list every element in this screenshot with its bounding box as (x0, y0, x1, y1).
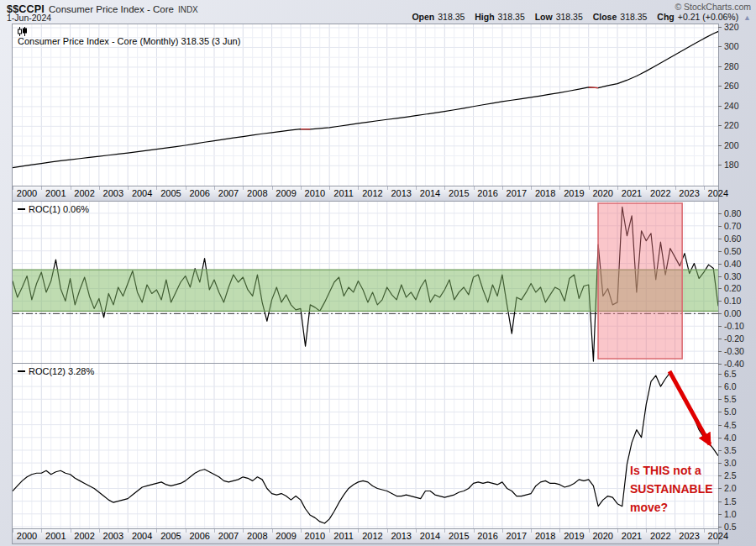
x-axis-label-2008: 2008 (247, 188, 267, 198)
y-axis-label: 3.0 (718, 458, 737, 468)
x-axis-label-2021: 2021 (622, 531, 642, 541)
tick-mark (718, 251, 722, 252)
x-axis-label-2010: 2010 (305, 188, 325, 198)
close-label: Close (593, 12, 617, 22)
x-tick-mark (301, 186, 302, 190)
y-axis-label: 6.5 (718, 369, 737, 379)
tick-mark (718, 288, 722, 289)
x-tick-mark (559, 529, 560, 533)
x-tick-mark (186, 186, 186, 190)
y-axis-label: 180 (718, 160, 739, 170)
x-axis-label-2001: 2001 (45, 531, 66, 541)
x-tick-mark (358, 186, 359, 190)
x-axis-label-2007: 2007 (218, 188, 239, 198)
x-tick-mark (646, 186, 647, 190)
price-chart-svg (13, 24, 718, 186)
tick-mark (718, 313, 722, 314)
y-axis-label: 0.80 (718, 208, 741, 218)
y-axis-label: -0.20 (718, 333, 744, 344)
x-axis-label-2002: 2002 (74, 188, 94, 198)
stockcharts-page: $$CCPIConsumer Price Index - CoreINDX © … (0, 0, 756, 546)
x-tick-mark (387, 186, 388, 190)
x-axis-label-2013: 2013 (391, 531, 411, 541)
y-axis-label: 240 (718, 101, 739, 111)
x-tick-mark (272, 529, 273, 533)
tick-mark (718, 450, 722, 451)
x-axis-label-2006: 2006 (189, 188, 209, 198)
x-tick-mark (358, 529, 359, 533)
y-axis-label: 300 (718, 41, 739, 51)
x-tick-mark (617, 529, 618, 533)
chg-value: +0.21 (+0.06%) (678, 12, 738, 22)
chart-date: 1-Jun-2024 (7, 13, 51, 23)
x-axis-label-2000: 2000 (17, 531, 37, 541)
x-axis-label-2022: 2022 (650, 531, 670, 541)
annotation-line-1: Is THIS not a (630, 461, 713, 480)
line-swatch-icon (18, 208, 25, 210)
y-axis-label: 6.0 (718, 381, 737, 391)
x-axis-label-2003: 2003 (103, 188, 123, 198)
x-axis-label-2007: 2007 (218, 531, 239, 541)
y-axis-label: 0.00 (718, 308, 741, 318)
x-tick-mark (704, 529, 705, 533)
tick-mark (718, 475, 722, 476)
tick-mark (718, 125, 722, 126)
tick-mark (718, 412, 722, 412)
x-tick-mark (502, 529, 503, 533)
x-tick-mark (531, 529, 532, 533)
x-tick-mark (531, 186, 532, 190)
tick-mark (718, 351, 722, 352)
x-axis-label-2018: 2018 (535, 188, 555, 198)
price-legend-label: Consumer Price Index - Core (Monthly) 31… (18, 36, 240, 46)
x-tick-mark (71, 186, 71, 190)
x-tick-mark (387, 529, 388, 533)
roc1-legend: ROC(1) 0.06% (18, 204, 89, 214)
x-axis-label-2005: 2005 (160, 531, 181, 541)
x-tick-mark (99, 529, 100, 533)
x-tick-mark (41, 186, 42, 190)
x-axis-label-2016: 2016 (477, 188, 497, 198)
y-axis-label: 280 (718, 61, 739, 71)
x-tick-mark (444, 529, 445, 533)
annotation-line-3: move? (630, 498, 713, 517)
high-value: 318.35 (498, 12, 525, 22)
y-axis-label: 0.5 (718, 522, 737, 532)
inflation-spike-highlight-box (598, 203, 682, 359)
y-axis-label: 5.5 (718, 394, 737, 404)
tick-mark (718, 301, 722, 302)
x-tick-mark (416, 186, 417, 190)
y-axis-label: 220 (718, 120, 739, 130)
y-axis-label: 260 (718, 81, 739, 91)
x-axis-label-2009: 2009 (276, 531, 296, 541)
low-value: 318.35 (556, 12, 583, 22)
y-axis-label: 0.40 (718, 259, 741, 269)
y-axis-label: 1.0 (718, 509, 737, 519)
tick-mark (718, 527, 722, 528)
x-axis-label-2015: 2015 (449, 188, 469, 198)
x-axis-label-2008: 2008 (247, 531, 267, 541)
chart-header: $$CCPIConsumer Price Index - CoreINDX (7, 1, 198, 13)
x-axis-label-2011: 2011 (333, 531, 354, 541)
x-tick-mark (646, 529, 647, 533)
tick-mark (718, 106, 722, 107)
x-tick-mark (329, 186, 330, 190)
low-label: Low (535, 12, 553, 22)
x-tick-mark (704, 186, 705, 190)
x-axis-label-2022: 2022 (650, 188, 670, 198)
y-axis-label: 3.5 (718, 445, 737, 455)
tick-mark (718, 27, 722, 28)
x-axis-label-2012: 2012 (362, 188, 382, 198)
tick-mark (718, 399, 722, 400)
x-tick-mark (272, 186, 273, 190)
tick-mark (718, 514, 722, 515)
y-axis-label: 0.60 (718, 234, 741, 244)
x-tick-mark (71, 529, 71, 533)
roc1-y-axis: 0.800.700.600.500.400.300.200.100.00-0.1… (718, 202, 756, 363)
chg-label: Chg (657, 12, 674, 22)
x-axis-label-2004: 2004 (132, 188, 152, 198)
y-axis-label: 2.0 (718, 483, 737, 493)
x-axis-label-2023: 2023 (679, 188, 699, 198)
y-axis-label: 0.10 (718, 296, 741, 306)
x-tick-mark (186, 529, 186, 533)
x-tick-mark (301, 529, 302, 533)
